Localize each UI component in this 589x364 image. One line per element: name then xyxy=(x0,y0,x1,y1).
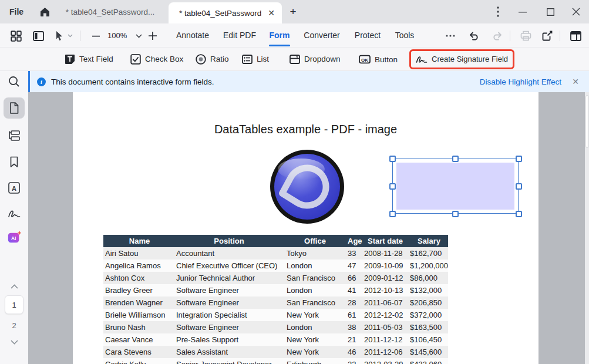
selection-handle[interactable] xyxy=(516,156,522,162)
tab-active-title: * table04_SetPassword xyxy=(179,9,261,18)
menu-form[interactable]: Form xyxy=(270,23,290,47)
thumbnail-tree-icon xyxy=(8,130,20,141)
menu-annotate[interactable]: Annotate xyxy=(176,23,209,47)
disable-highlight-link[interactable]: Disable Highlight Effect xyxy=(480,77,561,86)
text-field-label: Text Field xyxy=(79,55,113,63)
window-close-button[interactable] xyxy=(569,5,583,19)
plus-icon xyxy=(149,32,157,40)
info-bar: i This document contains interactive for… xyxy=(28,71,589,92)
table-row: Ashton CoxJunior Technical AuthorSan Fra… xyxy=(103,272,448,284)
selection-handle[interactable] xyxy=(452,156,459,162)
table-header-cell: Start date xyxy=(359,235,406,247)
undo-button[interactable] xyxy=(468,29,481,42)
table-cell: 46 xyxy=(344,346,359,358)
menu-tools[interactable]: Tools xyxy=(395,23,415,47)
tab-inactive[interactable]: * table04_SetPassword... xyxy=(59,0,161,23)
check-box-button[interactable]: Check Box xyxy=(130,54,183,65)
table-cell: $145,600 xyxy=(406,346,448,358)
selection-handle[interactable] xyxy=(389,183,396,190)
table-cell: San Francisco xyxy=(282,296,344,309)
sidebar-ai-button[interactable]: AI xyxy=(7,231,21,245)
page-up-button[interactable] xyxy=(7,279,21,294)
table-cell: Accountant xyxy=(174,247,282,259)
vertical-scrollbar[interactable] xyxy=(585,92,589,364)
table-cell: $106,450 xyxy=(406,333,448,346)
selection-handle[interactable] xyxy=(389,156,396,162)
table-cell: New York xyxy=(282,309,344,321)
selection-handle[interactable] xyxy=(389,211,396,217)
scrollbar-thumb[interactable] xyxy=(585,95,589,148)
table-cell: 41 xyxy=(344,284,359,296)
push-button-button[interactable]: OK Button xyxy=(359,55,398,63)
redo-button[interactable] xyxy=(490,29,503,42)
signature-field-selection[interactable] xyxy=(392,159,519,214)
info-close-icon[interactable]: ✕ xyxy=(572,77,579,86)
grid-view-button[interactable] xyxy=(9,29,22,42)
page-down-button[interactable] xyxy=(7,335,21,349)
sidebar-thumbnails-button[interactable] xyxy=(7,129,21,143)
redo-icon xyxy=(492,32,502,41)
table-cell: 2012-12-02 xyxy=(359,309,406,321)
list-button[interactable]: List xyxy=(242,55,269,64)
panel-toggle-button[interactable] xyxy=(32,29,45,42)
share-button[interactable] xyxy=(541,29,554,42)
table-cell: Pre-Sales Support xyxy=(174,333,282,346)
printer-icon xyxy=(520,31,531,41)
selection-handle[interactable] xyxy=(516,211,522,217)
active-menu-underline xyxy=(269,45,290,46)
close-icon xyxy=(572,8,580,16)
text-field-button[interactable]: Text Field xyxy=(65,54,113,65)
select-tool-button[interactable] xyxy=(53,29,66,42)
page-number-2[interactable]: 2 xyxy=(5,318,23,333)
dropdown-button[interactable]: Dropdown xyxy=(290,55,341,64)
home-button[interactable] xyxy=(38,5,52,19)
cursor-icon xyxy=(55,31,64,41)
select-tool-dropdown[interactable] xyxy=(66,29,74,42)
chevron-down-pager-icon xyxy=(11,340,18,345)
table-cell: Sales Assistant xyxy=(174,346,282,358)
menu-protect[interactable]: Protect xyxy=(355,23,381,47)
table-cell: Cara Stevens xyxy=(103,346,174,358)
table-cell: Tokyo xyxy=(282,247,344,259)
table-cell: $162,700 xyxy=(406,247,448,259)
more-menu-button[interactable] xyxy=(493,5,503,19)
table-cell: 21 xyxy=(344,333,359,346)
zoom-out-button[interactable] xyxy=(89,29,102,42)
menu-edit-pdf[interactable]: Edit PDF xyxy=(223,23,256,47)
more-tools-button[interactable] xyxy=(444,29,457,42)
sidebar-annotations-button[interactable]: A xyxy=(7,181,21,195)
zoom-in-button[interactable] xyxy=(146,29,159,42)
table-cell: London xyxy=(282,321,344,333)
tab-close-icon[interactable]: ✕ xyxy=(268,9,275,17)
sidebar-signature-button[interactable] xyxy=(7,207,21,221)
window-maximize-button[interactable] xyxy=(543,5,557,19)
layout-button[interactable] xyxy=(569,29,582,42)
sidebar-bookmarks-button[interactable] xyxy=(7,155,21,169)
table-cell: Chief Executive Officer (CEO) xyxy=(174,259,282,272)
selection-handle[interactable] xyxy=(452,211,459,217)
ratio-button[interactable]: Ratio xyxy=(196,54,229,65)
table-row: Angelica RamosChief Executive Officer (C… xyxy=(103,259,448,272)
push-button-label: Button xyxy=(375,55,398,63)
zoom-dropdown[interactable] xyxy=(132,29,145,42)
kebab-menu-icon xyxy=(497,6,499,17)
create-signature-field-button[interactable]: Create Signature Field xyxy=(409,49,514,69)
table-row: Caesar VancePre-Sales SupportNew York212… xyxy=(103,333,448,346)
sidebar-pages-button[interactable] xyxy=(7,101,21,115)
selection-handle[interactable] xyxy=(516,183,522,190)
table-header-cell: Office xyxy=(282,235,344,247)
print-button[interactable] xyxy=(519,29,532,42)
file-menu[interactable]: File xyxy=(9,0,23,23)
page-number-current[interactable]: 1 xyxy=(5,295,23,314)
table-row: Brenden WagnerSoftware EngineerSan Franc… xyxy=(103,296,448,309)
undo-icon xyxy=(469,32,480,41)
menu-converter[interactable]: Converter xyxy=(304,23,339,47)
signature-icon xyxy=(416,55,428,64)
search-button[interactable] xyxy=(7,75,21,89)
zoom-level-value[interactable]: 100% xyxy=(107,23,127,47)
table-cell: 22 xyxy=(344,358,359,364)
list-label: List xyxy=(257,55,269,63)
tab-active[interactable]: * table04_SetPassword ✕ xyxy=(169,2,282,23)
window-minimize-button[interactable] xyxy=(516,5,530,19)
new-tab-button[interactable]: + xyxy=(287,6,299,18)
